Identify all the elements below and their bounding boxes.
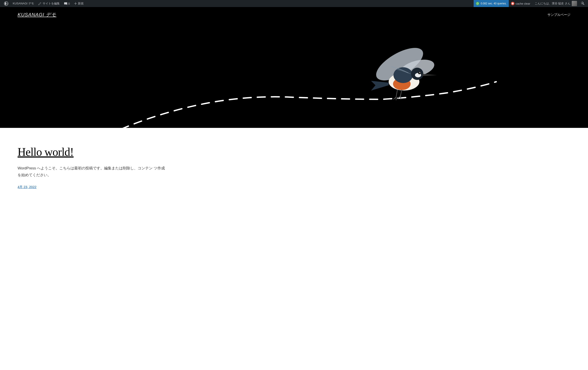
- plus-icon: [74, 2, 77, 5]
- admin-bar-left: W KUSANAGI デモ サイトを編集 0 新規: [2, 0, 474, 7]
- svg-point-10: [418, 72, 421, 74]
- wp-logo-button[interactable]: W: [2, 0, 10, 7]
- site-title[interactable]: KUSANAGI デモ: [18, 11, 56, 18]
- edit-site-label: サイトを編集: [42, 1, 60, 5]
- post-date[interactable]: 4月 23, 2022: [18, 185, 36, 189]
- post-excerpt: WordPress へようこそ。こちらは最初の投稿です。編集または削除し、コンテ…: [18, 165, 167, 178]
- greeting-text: こんにちは、濱谷 猛史 さん: [535, 1, 570, 5]
- admin-bar-right: 0.082 sec. 40 queries. cache clear こんにちは…: [474, 0, 586, 7]
- site-header: KUSANAGI デモ サンプルページ: [0, 7, 588, 22]
- search-icon: [581, 2, 585, 5]
- cache-icon: [511, 2, 514, 5]
- cache-clear-button[interactable]: cache clear: [509, 0, 532, 7]
- admin-site-name[interactable]: KUSANAGI デモ: [10, 0, 36, 7]
- new-content-button[interactable]: 新規: [72, 0, 86, 7]
- comments-icon: [64, 2, 67, 5]
- user-greeting[interactable]: こんにちは、濱谷 猛史 さん: [533, 0, 579, 7]
- edit-icon: [38, 2, 42, 5]
- search-button[interactable]: [579, 0, 586, 7]
- new-label: 新規: [78, 1, 84, 5]
- cache-clear-label: cache clear: [515, 2, 530, 5]
- nav-sample-page[interactable]: サンプルページ: [547, 13, 570, 17]
- main-content: Hello world! WordPress へようこそ。こちらは最初の投稿です…: [0, 128, 198, 202]
- performance-icon: [476, 2, 479, 5]
- avatar: [572, 1, 577, 6]
- svg-point-11: [419, 72, 420, 73]
- admin-site-name-label: KUSANAGI デモ: [13, 1, 34, 5]
- post-title[interactable]: Hello world!: [18, 145, 180, 158]
- performance-badge[interactable]: 0.082 sec. 40 queries.: [474, 0, 509, 7]
- comments-count: 0: [68, 2, 70, 5]
- svg-point-7: [393, 67, 413, 83]
- comments-button[interactable]: 0: [62, 0, 72, 7]
- hero-illustration: [0, 22, 588, 128]
- svg-text:W: W: [6, 3, 8, 5]
- hero-section: [0, 22, 588, 128]
- site-content: KUSANAGI デモ サンプルページ: [0, 7, 588, 202]
- edit-site-button[interactable]: サイトを編集: [36, 0, 62, 7]
- site-nav: サンプルページ: [547, 13, 570, 17]
- perf-label: 0.082 sec. 40 queries.: [481, 2, 506, 5]
- admin-bar: W KUSANAGI デモ サイトを編集 0 新規: [0, 0, 588, 7]
- bird-illustration: [371, 42, 437, 100]
